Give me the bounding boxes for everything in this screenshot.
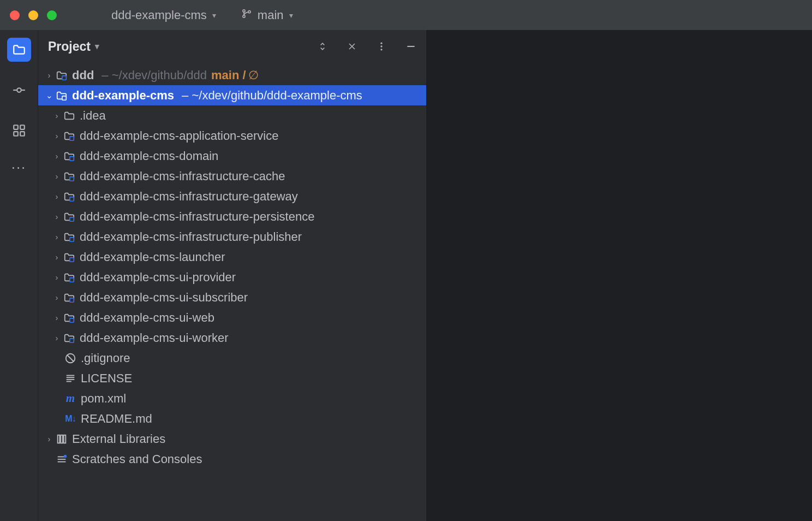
minimize-window-button[interactable] bbox=[28, 10, 38, 20]
tree-item-readme[interactable]: M↓ README.md bbox=[38, 408, 426, 429]
tree-item-module[interactable]: › ddd-example-cms-infrastructure-gateway bbox=[38, 186, 426, 206]
tree-item-label: ddd-example-cms-ui-worker bbox=[80, 331, 229, 345]
svg-rect-13 bbox=[70, 136, 74, 140]
null-set-icon: ∅ bbox=[248, 68, 259, 82]
chevron-right-icon[interactable]: › bbox=[51, 333, 62, 342]
tree-item-label: External Libraries bbox=[72, 432, 165, 446]
module-folder-icon bbox=[55, 90, 69, 102]
chevron-right-icon[interactable]: › bbox=[51, 232, 62, 241]
chevron-right-icon[interactable]: › bbox=[51, 313, 62, 322]
tree-item-path: – ~/xdev/github/ddd-example-cms bbox=[182, 88, 362, 103]
svg-rect-23 bbox=[70, 338, 74, 342]
tree-item-module[interactable]: › ddd-example-cms-application-service bbox=[38, 126, 426, 146]
svg-point-28 bbox=[64, 454, 67, 458]
tree-item-label: .idea bbox=[80, 109, 106, 123]
more-tools-button[interactable]: ··· bbox=[11, 159, 27, 176]
tree-item-module[interactable]: › ddd-example-cms-ui-web bbox=[38, 307, 426, 328]
chevron-right-icon[interactable]: › bbox=[51, 252, 62, 262]
svg-point-0 bbox=[243, 10, 245, 12]
svg-rect-4 bbox=[14, 125, 18, 129]
editor-area bbox=[427, 30, 812, 521]
svg-rect-17 bbox=[70, 217, 74, 221]
chevron-right-icon[interactable]: › bbox=[51, 212, 62, 221]
svg-rect-20 bbox=[70, 277, 74, 281]
svg-rect-12 bbox=[62, 96, 66, 99]
window-controls bbox=[10, 10, 57, 20]
module-folder-icon bbox=[62, 170, 76, 182]
module-folder-icon bbox=[62, 231, 76, 243]
module-folder-icon bbox=[62, 312, 76, 324]
tree-item-module[interactable]: › ddd-example-cms-domain bbox=[38, 146, 426, 166]
chevron-right-icon[interactable]: › bbox=[51, 171, 62, 181]
tree-item-label: .gitignore bbox=[81, 351, 130, 365]
svg-rect-15 bbox=[70, 176, 74, 180]
structure-tool-button[interactable] bbox=[7, 119, 31, 143]
tree-item-gitignore[interactable]: .gitignore bbox=[38, 348, 426, 368]
svg-rect-26 bbox=[61, 435, 63, 443]
panel-header: Project ▾ bbox=[38, 30, 426, 63]
tree-item-module[interactable]: › ddd-example-cms-ui-worker bbox=[38, 328, 426, 348]
chevron-right-icon[interactable]: › bbox=[51, 111, 62, 120]
chevron-right-icon[interactable]: › bbox=[51, 131, 62, 140]
tree-item-license[interactable]: LICENSE bbox=[38, 368, 426, 388]
minimize-panel-button[interactable] bbox=[405, 41, 416, 52]
tree-item-idea[interactable]: › .idea bbox=[38, 105, 426, 126]
tree-item-path: – ~/xdev/github/ddd bbox=[101, 68, 207, 82]
tree-item-label: ddd-example-cms-domain bbox=[80, 149, 218, 163]
project-selector[interactable]: ddd-example-cms ▾ bbox=[108, 6, 219, 25]
chevron-right-icon[interactable]: › bbox=[44, 70, 55, 80]
tree-item-module[interactable]: › ddd-example-cms-infrastructure-publish… bbox=[38, 227, 426, 247]
branch-selector[interactable]: main ▾ bbox=[238, 6, 296, 25]
tree-item-label: README.md bbox=[81, 412, 152, 426]
tree-item-module[interactable]: › ddd-example-cms-ui-provider bbox=[38, 267, 426, 287]
panel-actions bbox=[317, 41, 416, 52]
project-panel: Project ▾ bbox=[38, 30, 427, 521]
module-folder-icon bbox=[62, 150, 76, 162]
project-tree[interactable]: › ddd – ~/xdev/github/ddd main / ∅ ⌄ ddd… bbox=[38, 63, 426, 521]
svg-rect-22 bbox=[70, 318, 74, 322]
svg-rect-5 bbox=[20, 125, 25, 129]
maximize-window-button[interactable] bbox=[47, 10, 57, 20]
tree-external-libraries[interactable]: › External Libraries bbox=[38, 429, 426, 449]
module-folder-icon bbox=[62, 292, 76, 304]
library-icon bbox=[55, 433, 69, 445]
chevron-right-icon[interactable]: › bbox=[44, 434, 55, 443]
svg-point-3 bbox=[17, 88, 21, 92]
tree-item-module[interactable]: › ddd-example-cms-launcher bbox=[38, 247, 426, 267]
chevron-down-icon[interactable]: ⌄ bbox=[44, 91, 55, 100]
svg-point-9 bbox=[380, 45, 382, 47]
tree-root-cms[interactable]: ⌄ ddd-example-cms – ~/xdev/github/ddd-ex… bbox=[38, 85, 426, 105]
module-folder-icon bbox=[62, 271, 76, 283]
more-options-button[interactable] bbox=[376, 41, 387, 52]
chevron-right-icon[interactable]: › bbox=[51, 273, 62, 282]
chevron-right-icon[interactable]: › bbox=[51, 192, 62, 201]
svg-rect-25 bbox=[58, 435, 60, 443]
tree-item-module[interactable]: › ddd-example-cms-ui-subscriber bbox=[38, 287, 426, 307]
chevron-right-icon[interactable]: › bbox=[51, 293, 62, 302]
close-window-button[interactable] bbox=[10, 10, 20, 20]
module-folder-icon bbox=[62, 211, 76, 223]
chevron-right-icon[interactable]: › bbox=[51, 151, 62, 161]
branch-name-label: main bbox=[258, 8, 284, 22]
project-name-label: ddd-example-cms bbox=[111, 8, 207, 22]
svg-rect-27 bbox=[64, 435, 66, 443]
ignore-file-icon bbox=[63, 352, 77, 364]
tree-item-module[interactable]: › ddd-example-cms-infrastructure-persist… bbox=[38, 206, 426, 227]
tree-item-label: LICENSE bbox=[81, 371, 132, 386]
svg-rect-7 bbox=[20, 132, 25, 136]
tree-item-pom[interactable]: m pom.xml bbox=[38, 388, 426, 408]
tree-scratches[interactable]: Scratches and Consoles bbox=[38, 449, 426, 469]
close-icon[interactable] bbox=[347, 41, 357, 52]
tree-item-module[interactable]: › ddd-example-cms-infrastructure-cache bbox=[38, 166, 426, 186]
panel-title-label: Project bbox=[48, 39, 91, 54]
expand-collapse-button[interactable] bbox=[317, 41, 328, 52]
module-folder-icon bbox=[62, 191, 76, 203]
commit-tool-button[interactable] bbox=[7, 78, 31, 102]
panel-title-selector[interactable]: Project ▾ bbox=[48, 39, 99, 54]
tree-item-label: ddd bbox=[72, 68, 94, 82]
project-tool-button[interactable] bbox=[7, 38, 31, 62]
folder-icon bbox=[62, 110, 76, 122]
svg-rect-11 bbox=[62, 75, 66, 79]
tree-root-ddd[interactable]: › ddd – ~/xdev/github/ddd main / ∅ bbox=[38, 65, 426, 85]
markdown-file-icon: M↓ bbox=[63, 414, 77, 424]
